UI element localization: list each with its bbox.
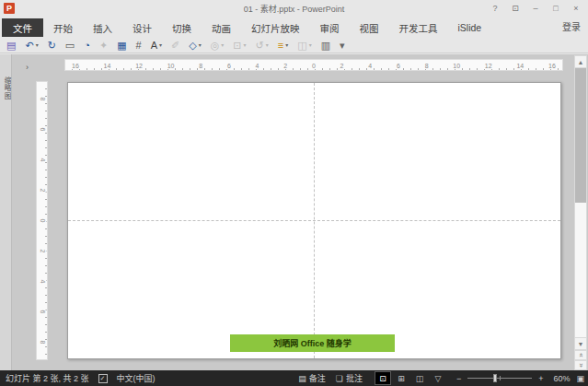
thumbnail-pane-collapsed[interactable]: 缩略图 xyxy=(0,54,12,370)
tab-islide[interactable]: iSlide xyxy=(448,18,492,37)
minimize-button[interactable]: – xyxy=(525,0,546,17)
start-slideshow-button[interactable]: ▥▾ xyxy=(317,38,334,53)
group-button[interactable]: ◫▾ xyxy=(294,38,315,53)
guides-button[interactable]: #▾ xyxy=(133,38,145,53)
rotate-button[interactable]: ↺▾ xyxy=(252,38,272,53)
help-button[interactable]: ? xyxy=(485,0,505,17)
watermark-banner-shape[interactable]: 刘晒网 Office 随身学 xyxy=(230,334,395,352)
text-box-button[interactable]: A▾ xyxy=(147,38,166,53)
horizontal-ruler[interactable]: 1614121086420246810121416 xyxy=(64,59,563,71)
comments-toggle[interactable]: ❏ 批注 xyxy=(334,372,364,384)
tab-review[interactable]: 审阅 xyxy=(310,18,350,37)
scroll-up-button[interactable]: ▲ xyxy=(574,55,587,68)
customize-qat-button[interactable]: ▾▾ xyxy=(336,38,349,53)
view-shortcuts: ⊡⊞◫▽ xyxy=(375,371,446,385)
ruler-label: 2 xyxy=(40,189,46,193)
zoom-in-button[interactable]: + xyxy=(538,374,543,383)
vertical-ruler[interactable]: 864202468 xyxy=(36,81,48,360)
zoom-slider-handle[interactable] xyxy=(493,374,497,382)
powerpoint-app-icon: P xyxy=(4,3,15,14)
slideshow-view-button[interactable]: ▽ xyxy=(430,371,446,385)
ruler-label: 4 xyxy=(255,63,260,69)
slide-canvas[interactable]: 刘晒网 Office 随身学 xyxy=(67,82,561,359)
ruler-label: 12 xyxy=(484,63,493,69)
ruler-label: 8 xyxy=(198,63,203,69)
slide-sorter-view-button[interactable]: ⊞ xyxy=(393,371,409,385)
double-chevron-up-icon: « xyxy=(576,353,584,357)
dropdown-caret-icon: ▾ xyxy=(266,41,269,48)
tab-insert[interactable]: 插入 xyxy=(83,18,122,37)
ruler-label: 6 xyxy=(40,128,46,132)
new-window-button[interactable]: ▭▾ xyxy=(62,38,78,53)
ruler-label: 0 xyxy=(40,219,46,223)
fit-to-window-button[interactable]: ▣ xyxy=(576,374,584,383)
reading-view-button[interactable]: ◫ xyxy=(411,371,428,385)
tab-view[interactable]: 视图 xyxy=(350,18,389,37)
ruler-label: 16 xyxy=(71,63,80,69)
ribbon-tabs: 开始插入设计切换动画幻灯片放映审阅视图开发工具iSlide xyxy=(43,18,491,37)
ruler-label: 10 xyxy=(452,63,461,69)
tab-transitions[interactable]: 切换 xyxy=(162,18,202,37)
scrollbar-thumb[interactable] xyxy=(575,68,586,203)
ruler-label: 2 xyxy=(40,250,46,253)
comments-icon: ❏ xyxy=(336,374,343,383)
normal-view-button[interactable]: ⊡ xyxy=(375,371,391,385)
tab-design[interactable]: 设计 xyxy=(122,18,162,37)
status-bar: 幻灯片 第 2 张, 共 2 张 ✓ 中文(中国) ▤ 备注 ❏ 批注 ⊡⊞◫▽… xyxy=(0,370,588,386)
tab-file[interactable]: 文件 xyxy=(2,18,43,37)
redo-button[interactable]: ↻▾ xyxy=(44,38,60,53)
rehearse-timings-button[interactable]: ◔▾ xyxy=(80,38,94,53)
animation-button[interactable]: ✦▾ xyxy=(96,38,111,53)
horizontal-guide[interactable] xyxy=(68,220,560,221)
zoom-slider[interactable] xyxy=(467,371,532,385)
spell-check-icon[interactable]: ✓ xyxy=(98,374,108,383)
ruler-label: 8 xyxy=(40,341,46,345)
slide-sorter-button[interactable]: ▦▾ xyxy=(113,38,130,53)
ruler-label: 6 xyxy=(226,63,232,69)
maximize-button[interactable]: □ xyxy=(546,0,566,17)
tab-home[interactable]: 开始 xyxy=(43,18,83,37)
ruler-label: 6 xyxy=(396,63,401,69)
tab-developer[interactable]: 开发工具 xyxy=(389,18,448,37)
ruler-label: 4 xyxy=(40,158,46,162)
ribbon-display-options-button[interactable]: ⊡ xyxy=(505,0,525,17)
ruler-label: 8 xyxy=(40,98,46,101)
next-slide-button[interactable]: » xyxy=(574,360,587,370)
scrollbar-track[interactable] xyxy=(574,68,587,337)
ruler-label: 14 xyxy=(515,63,525,69)
select-button[interactable]: ⊡▾ xyxy=(229,38,249,53)
tab-slideshow[interactable]: 幻灯片放映 xyxy=(241,18,310,37)
powerpoint-window: P 01 - 素材.pptx - PowerPoint ?⊡–□× 文件 开始插… xyxy=(0,0,588,386)
editing-workspace: 缩略图 › 1614121086420246810121416 86420246… xyxy=(0,54,588,370)
ruler-label: 16 xyxy=(548,63,557,69)
format-painter-button[interactable]: ✐▾ xyxy=(167,38,183,53)
notes-icon: ▤ xyxy=(298,374,306,383)
notes-toggle[interactable]: ▤ 备注 xyxy=(296,372,328,384)
language-indicator[interactable]: 中文(中国) xyxy=(117,372,156,384)
undo-button[interactable]: ↶▾ xyxy=(21,38,41,53)
shape-fill-button[interactable]: ◎▾ xyxy=(207,38,228,53)
dropdown-caret-icon: ▾ xyxy=(244,41,247,48)
save-button[interactable]: ▤▾ xyxy=(3,38,19,53)
dropdown-caret-icon: ▾ xyxy=(159,41,162,48)
ruler-label: 10 xyxy=(167,63,176,69)
shapes-button[interactable]: ◇▾ xyxy=(185,38,204,53)
close-button[interactable]: × xyxy=(566,0,586,17)
expand-thumbnails-icon[interactable]: › xyxy=(26,63,29,72)
ribbon-tab-row: 文件 开始插入设计切换动画幻灯片放映审阅视图开发工具iSlide 登录 xyxy=(0,17,588,37)
scroll-down-button[interactable]: ▼ xyxy=(574,337,587,350)
align-button[interactable]: ≡▾ xyxy=(274,38,292,53)
quick-access-toolbar: ▤▾ ↶▾ ↻▾ ▭▾ ◔▾ ✦▾ ▦▾ xyxy=(0,37,588,53)
horizontal-ruler-labels: 1614121086420246810121416 xyxy=(71,60,557,72)
sign-in-button[interactable]: 登录 xyxy=(562,19,581,33)
ruler-label: 6 xyxy=(40,310,46,314)
ruler-label: 2 xyxy=(282,63,288,69)
zoom-level[interactable]: 60% xyxy=(549,374,570,383)
ruler-label: 4 xyxy=(40,280,46,284)
dropdown-caret-icon: ▾ xyxy=(309,41,312,48)
vertical-scrollbar[interactable]: ▲ ▼ « » xyxy=(574,55,587,370)
previous-slide-button[interactable]: « xyxy=(574,350,587,360)
zoom-out-button[interactable]: − xyxy=(456,374,461,383)
ruler-label: 0 xyxy=(311,63,317,69)
tab-animations[interactable]: 动画 xyxy=(202,18,241,37)
